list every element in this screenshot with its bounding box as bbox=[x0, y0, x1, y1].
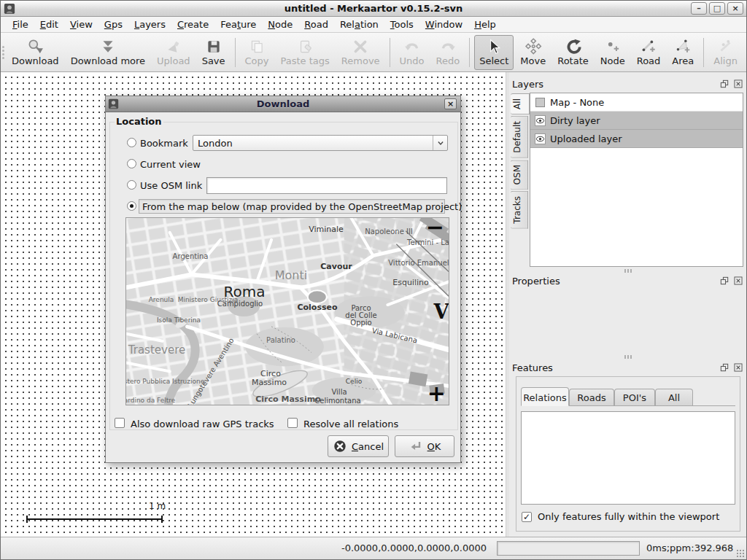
features-tab-roads[interactable]: Roads bbox=[569, 389, 614, 405]
map-label: Lungotevere Aventino bbox=[186, 337, 235, 405]
align-button: Align bbox=[708, 35, 743, 70]
layer-visibility-eye-icon[interactable] bbox=[534, 133, 546, 144]
menu-edit[interactable]: Edit bbox=[34, 18, 64, 31]
map-zoom-in-control[interactable]: + bbox=[427, 383, 446, 405]
layer-row[interactable]: Uploaded layer bbox=[530, 130, 743, 148]
resize-grip[interactable] bbox=[736, 549, 745, 558]
menubar: FileEditViewGpsLayersCreateFeatureNodeRo… bbox=[1, 17, 746, 33]
move-icon bbox=[525, 38, 542, 55]
menu-road[interactable]: Road bbox=[298, 18, 334, 31]
map-labels: ViminaleNapoleone IIITermini - LaArgenti… bbox=[126, 218, 449, 405]
close-button[interactable]: × bbox=[727, 2, 743, 15]
map-label: Via Labicana bbox=[371, 326, 418, 344]
cancel-button[interactable]: Cancel bbox=[328, 435, 389, 457]
chevron-down-icon[interactable] bbox=[433, 136, 447, 150]
window-title: untitled - Merkaartor v0.15.2-svn bbox=[1, 3, 746, 14]
menu-feature[interactable]: Feature bbox=[214, 18, 262, 31]
menu-relation[interactable]: Relation bbox=[334, 18, 384, 31]
menu-help[interactable]: Help bbox=[468, 18, 502, 31]
move-label: Move bbox=[520, 55, 546, 66]
area-button[interactable]: Area bbox=[667, 35, 699, 70]
splitter-grip-2[interactable] bbox=[509, 354, 746, 359]
menu-window[interactable]: Window bbox=[419, 18, 468, 31]
layers-float-icon[interactable] bbox=[719, 79, 729, 89]
right-panel: Layers AllDefaultOSMTracks Map - NoneDir… bbox=[509, 72, 746, 537]
ok-icon bbox=[409, 439, 423, 454]
layers-tab-tracks[interactable]: Tracks bbox=[511, 191, 528, 229]
features-list[interactable] bbox=[521, 411, 735, 505]
menu-layers[interactable]: Layers bbox=[128, 18, 171, 31]
minimize-button[interactable]: – bbox=[691, 2, 707, 15]
resolve-relations-checkbox[interactable] bbox=[287, 418, 298, 428]
titlebar[interactable]: untitled - Merkaartor v0.15.2-svn –□× bbox=[1, 1, 746, 17]
toolbar: DownloadDownload moreUploadSaveCopyPaste… bbox=[1, 33, 746, 72]
bookmark-radio[interactable] bbox=[127, 138, 136, 147]
ok-button-label: OK bbox=[427, 441, 441, 452]
layer-label: Uploaded layer bbox=[550, 133, 622, 144]
features-float-icon[interactable] bbox=[719, 362, 729, 373]
splitter-grip-1[interactable] bbox=[509, 268, 746, 273]
layers-close-icon[interactable] bbox=[733, 79, 743, 89]
save-button[interactable]: Save bbox=[197, 35, 231, 70]
road-button[interactable]: Road bbox=[632, 35, 666, 70]
maximize-button[interactable]: □ bbox=[709, 2, 725, 15]
properties-float-icon[interactable] bbox=[719, 276, 729, 286]
toolbar-drag-handle[interactable] bbox=[2, 40, 4, 65]
select-label: Select bbox=[479, 55, 508, 66]
upload-button: Upload bbox=[152, 35, 196, 70]
map-label: Vittorio Emanuele bbox=[388, 259, 449, 267]
paste-tags-icon bbox=[296, 38, 314, 55]
move-button[interactable]: Move bbox=[515, 35, 551, 70]
undo-label: Undo bbox=[400, 55, 425, 66]
osm-link-input[interactable] bbox=[206, 177, 447, 194]
map-label: Argentina bbox=[173, 252, 209, 260]
location-group-label: Location bbox=[115, 116, 163, 127]
node-button[interactable]: Node bbox=[595, 35, 630, 70]
from-map-radio[interactable] bbox=[127, 201, 136, 211]
bookmark-combo[interactable]: London bbox=[193, 135, 448, 151]
layer-visibility-eye-icon[interactable] bbox=[534, 114, 546, 126]
menu-create[interactable]: Create bbox=[171, 18, 214, 31]
layers-tab-default[interactable]: Default bbox=[511, 116, 528, 158]
layer-swatch-icon[interactable] bbox=[534, 96, 546, 108]
viewport-only-checkbox[interactable]: ✓ bbox=[522, 512, 532, 522]
map-zoom-out-control[interactable]: − bbox=[426, 217, 444, 238]
save-icon bbox=[205, 38, 222, 55]
select-button[interactable]: Select bbox=[474, 35, 514, 70]
properties-close-icon[interactable] bbox=[733, 276, 743, 286]
menu-tools[interactable]: Tools bbox=[384, 18, 419, 31]
menu-view[interactable]: View bbox=[64, 18, 98, 31]
window-controls: –□× bbox=[691, 2, 743, 15]
map-label: Arenula bbox=[149, 296, 174, 303]
ok-button[interactable]: OK bbox=[395, 435, 454, 457]
node-icon bbox=[604, 38, 622, 55]
layers-tab-osm[interactable]: OSM bbox=[511, 160, 528, 190]
current-view-radio[interactable] bbox=[127, 159, 136, 168]
features-tabbar: RelationsRoadsPOI'sAll bbox=[521, 387, 735, 406]
osm-map-preview[interactable]: ViminaleNapoleone IIITermini - LaArgenti… bbox=[125, 217, 449, 405]
dialog-close-button[interactable]: × bbox=[444, 98, 457, 109]
toolbar-separator bbox=[390, 38, 390, 67]
features-tab-relations[interactable]: Relations bbox=[521, 387, 569, 406]
undo-icon bbox=[403, 38, 421, 55]
cancel-button-label: Cancel bbox=[352, 441, 384, 452]
download-more-button[interactable]: Download more bbox=[66, 35, 150, 70]
features-tab-all[interactable]: All bbox=[655, 389, 693, 405]
dialog-titlebar[interactable]: Download × bbox=[106, 96, 460, 112]
features-tab-pois[interactable]: POI's bbox=[614, 389, 655, 405]
paste-tags-button: Paste tags bbox=[276, 35, 335, 70]
menu-node[interactable]: Node bbox=[262, 18, 298, 31]
gps-tracks-checkbox[interactable] bbox=[115, 418, 125, 428]
osm-link-radio[interactable] bbox=[127, 180, 136, 190]
layer-label: Dirty layer bbox=[550, 115, 600, 126]
features-close-icon[interactable] bbox=[733, 362, 743, 373]
rotate-button[interactable]: Rotate bbox=[552, 35, 594, 70]
layer-row[interactable]: Dirty layer bbox=[530, 112, 743, 130]
download-button[interactable]: Download bbox=[7, 35, 64, 70]
layer-row[interactable]: Map - None bbox=[530, 93, 743, 112]
menu-gps[interactable]: Gps bbox=[98, 18, 128, 31]
menu-file[interactable]: File bbox=[7, 18, 34, 31]
features-dock-header: Features bbox=[512, 360, 743, 375]
properties-dock-title: Properties bbox=[512, 276, 560, 287]
layers-tab-all[interactable]: All bbox=[511, 93, 530, 114]
